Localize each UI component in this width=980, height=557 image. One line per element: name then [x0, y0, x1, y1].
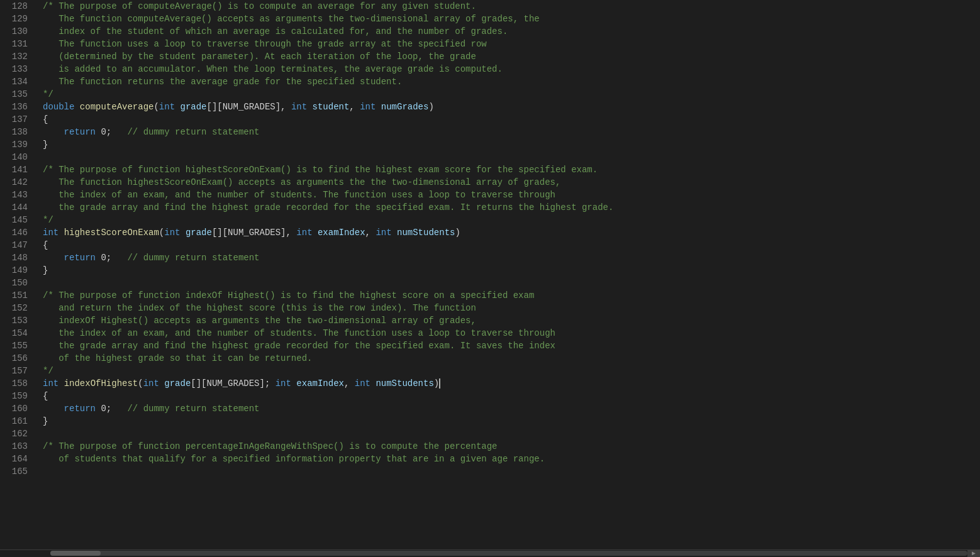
plain-token	[58, 226, 64, 239]
plain-token: }	[43, 264, 48, 277]
code-line: double computeAverage(int grade[][NUM_GR…	[43, 101, 980, 113]
plain-token: (	[138, 377, 143, 390]
comment-token: The function computeAverage() accepts as…	[43, 13, 540, 25]
plain-token: 0;	[96, 126, 127, 138]
line-number: 137	[8, 113, 28, 126]
code-line	[43, 151, 980, 163]
code-line: int highestScoreOnExam(int grade[][NUM_G…	[43, 226, 980, 239]
keyword-token: return	[64, 402, 96, 415]
line-number: 146	[8, 226, 28, 239]
comment-inline-token: // dummy return statement	[127, 126, 259, 138]
code-line: {	[43, 390, 980, 402]
code-line: /* The purpose of computeAverage() is to…	[43, 0, 980, 13]
text-cursor	[439, 378, 440, 389]
line-number: 139	[8, 138, 28, 151]
code-line: */	[43, 88, 980, 101]
line-number: 138	[8, 126, 28, 138]
line-number: 151	[8, 289, 28, 302]
plain-token	[180, 226, 185, 239]
line-number: 157	[8, 365, 28, 377]
comment-token: and return the index of the highest scor…	[43, 302, 476, 314]
plain-token	[313, 226, 318, 239]
line-number: 140	[8, 151, 28, 163]
plain-token: [][NUM_GRADES],	[212, 226, 296, 239]
code-line: the index of an exam, and the number of …	[43, 189, 980, 201]
line-number: 150	[8, 277, 28, 289]
keyword-token: int	[43, 377, 58, 390]
keyword-token: int	[355, 377, 370, 390]
comment-inline-token: // dummy return statement	[127, 251, 259, 264]
plain-token: )	[428, 101, 433, 113]
plain-token	[291, 377, 296, 390]
keyword-token: int	[159, 101, 175, 113]
line-number: 132	[8, 50, 28, 63]
code-line: return 0; // dummy return statement	[43, 402, 980, 415]
code-line: }	[43, 138, 980, 151]
plain-token: ,	[349, 101, 360, 113]
plain-token: {	[43, 113, 48, 126]
keyword-token: int	[143, 377, 159, 390]
plain-token: )	[455, 226, 460, 239]
plain-token: {	[43, 390, 48, 402]
scrollbar-track[interactable]	[50, 551, 967, 556]
code-line: index of the student of which an average…	[43, 25, 980, 38]
comment-token: the index of an exam, and the number of …	[43, 189, 555, 201]
comment-token: the grade array and find the highest gra…	[43, 339, 555, 352]
param-name-token: numStudents	[376, 377, 433, 390]
plain-token	[392, 226, 397, 239]
code-line: The function returns the average grade f…	[43, 75, 980, 88]
horizontal-scrollbar[interactable]: ▶	[0, 549, 980, 557]
scroll-right-arrow[interactable]: ▶	[967, 549, 980, 557]
function-name-token: computeAverage	[80, 101, 154, 113]
comment-token: indexOf Highest() accepts as arguments t…	[43, 314, 476, 327]
function-name-token: indexOfHighest	[64, 377, 138, 390]
line-number: 165	[8, 465, 28, 478]
line-number: 130	[8, 25, 28, 38]
param-name-token: grade	[164, 377, 191, 390]
code-line: indexOf Highest() accepts as arguments t…	[43, 314, 980, 327]
line-number: 161	[8, 415, 28, 427]
code-line: and return the index of the highest scor…	[43, 302, 980, 314]
comment-token: is added to an accumulator. When the loo…	[43, 63, 503, 75]
code-line: {	[43, 239, 980, 251]
plain-token: [][NUM_GRADES];	[191, 377, 275, 390]
code-line	[43, 277, 980, 289]
code-line: the index of an exam, and the number of …	[43, 327, 980, 339]
line-number: 153	[8, 314, 28, 327]
line-number: 159	[8, 390, 28, 402]
plain-token: (	[153, 101, 159, 113]
keyword-token: return	[64, 251, 96, 264]
code-line: the grade array and find the highest gra…	[43, 339, 980, 352]
plain-token	[370, 377, 376, 390]
plain-token	[43, 402, 64, 415]
code-line: The function uses a loop to traverse thr…	[43, 38, 980, 50]
line-number: 131	[8, 38, 28, 50]
param-name-token: grade	[180, 101, 206, 113]
line-number: 164	[8, 453, 28, 465]
param-name-token: examIndex	[318, 226, 365, 239]
scrollbar-thumb[interactable]	[50, 551, 101, 556]
plain-token: {	[43, 239, 48, 251]
code-line: The function highestScoreOnExam() accept…	[43, 176, 980, 189]
line-number: 145	[8, 214, 28, 226]
code-line: is added to an accumulator. When the loo…	[43, 63, 980, 75]
code-line	[43, 427, 980, 440]
code-content[interactable]: /* The purpose of computeAverage() is to…	[33, 0, 980, 549]
plain-token: 0;	[96, 402, 127, 415]
comment-token: of students that qualify for a specified…	[43, 453, 545, 465]
param-name-token: examIndex	[296, 377, 344, 390]
comment-token: The function uses a loop to traverse thr…	[43, 38, 487, 50]
code-line: (determined by the student parameter). A…	[43, 50, 980, 63]
code-line: {	[43, 113, 980, 126]
plain-token: }	[43, 415, 48, 427]
keyword-token: int	[376, 226, 391, 239]
comment-token: /* The purpose of computeAverage() is to…	[43, 0, 476, 13]
code-line	[43, 465, 980, 478]
param-name-token: student	[313, 101, 350, 113]
code-line: */	[43, 365, 980, 377]
keyword-token: int	[360, 101, 376, 113]
code-area: 1281291301311321331341351361371381391401…	[0, 0, 980, 549]
code-line: the grade array and find the highest gra…	[43, 201, 980, 214]
code-line: return 0; // dummy return statement	[43, 126, 980, 138]
param-name-token: numGrades	[381, 101, 429, 113]
